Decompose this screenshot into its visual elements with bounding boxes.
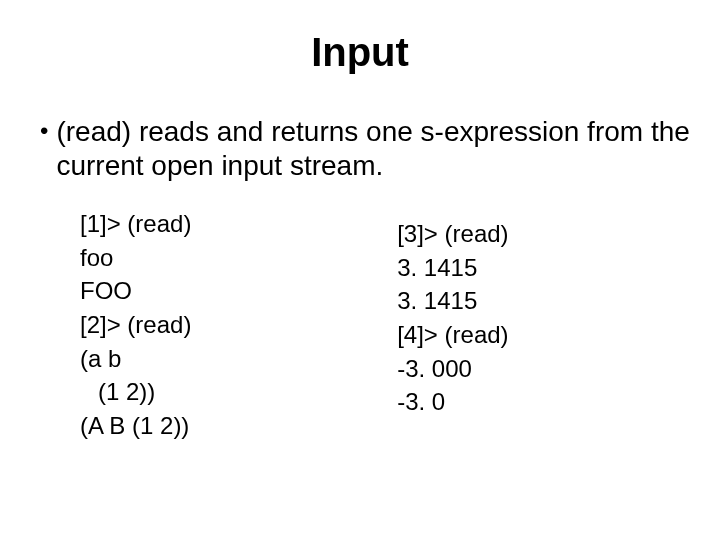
code-line: [2]> (read) bbox=[80, 308, 397, 342]
code-line: 3. 1415 bbox=[397, 284, 690, 318]
code-line: FOO bbox=[80, 274, 397, 308]
code-line: foo bbox=[80, 241, 397, 275]
bullet-section: • (read) reads and returns one s-express… bbox=[30, 115, 690, 182]
code-line: [1]> (read) bbox=[80, 207, 397, 241]
code-line: -3. 0 bbox=[397, 385, 690, 419]
code-line: [3]> (read) bbox=[397, 217, 690, 251]
bullet-text: (read) reads and returns one s-expressio… bbox=[56, 115, 690, 182]
code-line: 3. 1415 bbox=[397, 251, 690, 285]
right-column: [3]> (read) 3. 1415 3. 1415 [4]> (read) … bbox=[397, 207, 690, 442]
slide-title: Input bbox=[30, 30, 690, 75]
code-line: (a b bbox=[80, 342, 397, 376]
bullet-item: • (read) reads and returns one s-express… bbox=[40, 115, 690, 182]
code-line: -3. 000 bbox=[397, 352, 690, 386]
code-line: (1 2)) bbox=[80, 375, 397, 409]
code-columns: [1]> (read) foo FOO [2]> (read) (a b (1 … bbox=[30, 207, 690, 442]
code-line: [4]> (read) bbox=[397, 318, 690, 352]
bullet-marker: • bbox=[40, 115, 48, 146]
left-column: [1]> (read) foo FOO [2]> (read) (a b (1 … bbox=[80, 207, 397, 442]
code-line: (A B (1 2)) bbox=[80, 409, 397, 443]
